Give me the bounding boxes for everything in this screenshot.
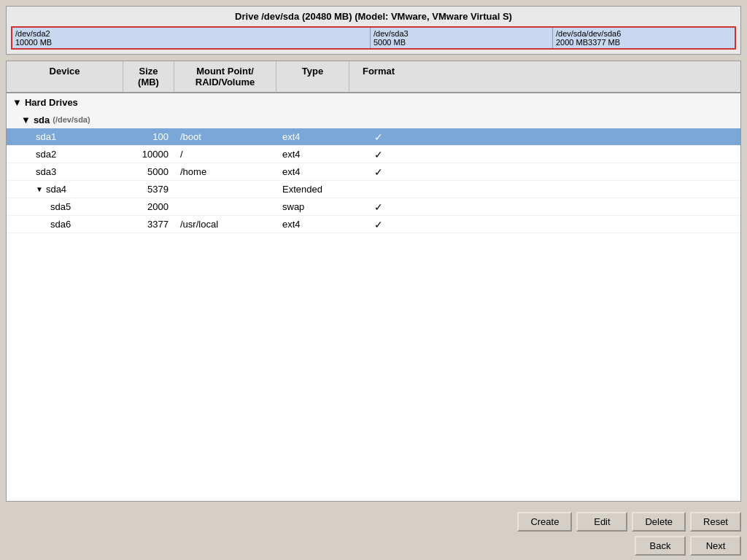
header-type: Type bbox=[276, 61, 349, 92]
table-row-sda2[interactable]: sda2 10000 / ext4 ✓ bbox=[7, 146, 740, 163]
edit-button[interactable]: Edit bbox=[576, 512, 627, 532]
disk-header: Drive /dev/sda (20480 MB) (Model: VMware… bbox=[6, 6, 741, 55]
chevron-sda[interactable]: ▼ bbox=[21, 114, 31, 125]
table-row-sda5[interactable]: sda5 2000 swap ✓ bbox=[7, 198, 740, 216]
format-check-sda1: ✓ bbox=[374, 131, 383, 143]
table-row-sda3[interactable]: sda3 5000 /home ext4 ✓ bbox=[7, 163, 740, 181]
table-row-sda1[interactable]: sda1 100 /boot ext4 ✓ bbox=[7, 128, 740, 146]
device-name-sda4: sda4 bbox=[46, 184, 66, 195]
next-button[interactable]: Next bbox=[690, 536, 741, 556]
format-check-sda3: ✓ bbox=[374, 166, 383, 178]
create-button[interactable]: Create bbox=[517, 512, 572, 532]
nav-buttons: Back Next bbox=[6, 536, 741, 556]
section-sda: ▼ sda (/dev/sda) bbox=[7, 111, 740, 128]
delete-button[interactable]: Delete bbox=[632, 512, 686, 532]
section-hard-drives: ▼ Hard Drives bbox=[7, 93, 740, 111]
header-device: Device bbox=[7, 61, 123, 92]
partition-sda56: /dev/sda/dev/sda6 2000 MB3377 MB bbox=[553, 28, 735, 48]
header-size: Size(MB) bbox=[123, 61, 174, 92]
partition-sda2: /dev/sda2 10000 MB bbox=[12, 28, 371, 48]
disk-partitions: /dev/sda2 10000 MB /dev/sda3 5000 MB /de… bbox=[11, 26, 736, 50]
device-name-sda1: sda1 bbox=[36, 131, 56, 142]
action-buttons: Create Edit Delete Reset bbox=[6, 512, 741, 532]
table-body: ▼ Hard Drives ▼ sda (/dev/sda) bbox=[7, 93, 740, 501]
device-name-sda6: sda6 bbox=[50, 219, 71, 230]
header-mount: Mount Point/RAID/Volume bbox=[174, 61, 276, 92]
format-check-sda6: ✓ bbox=[374, 219, 383, 230]
bottom-area: Create Edit Delete Reset Back Next bbox=[0, 508, 747, 560]
partition-table: Device Size(MB) Mount Point/RAID/Volume … bbox=[6, 61, 741, 502]
disk-title: Drive /dev/sda (20480 MB) (Model: VMware… bbox=[11, 11, 736, 22]
chevron-hard-drives[interactable]: ▼ bbox=[12, 97, 22, 108]
table-row-sda6[interactable]: sda6 3377 /usr/local ext4 ✓ bbox=[7, 216, 740, 233]
device-name-sda5: sda5 bbox=[50, 201, 71, 212]
table-header: Device Size(MB) Mount Point/RAID/Volume … bbox=[7, 61, 740, 93]
table-row-sda4[interactable]: ▼ sda4 5379 Extended bbox=[7, 181, 740, 198]
device-name-sda2: sda2 bbox=[36, 149, 56, 160]
format-check-sda2: ✓ bbox=[374, 149, 383, 160]
reset-button[interactable]: Reset bbox=[690, 512, 741, 532]
chevron-sda4[interactable]: ▼ bbox=[36, 185, 43, 193]
device-name-sda3: sda3 bbox=[36, 166, 56, 177]
partition-sda3: /dev/sda3 5000 MB bbox=[371, 28, 553, 48]
back-button[interactable]: Back bbox=[635, 536, 686, 556]
header-format: Format bbox=[349, 61, 408, 92]
format-check-sda5: ✓ bbox=[374, 201, 383, 213]
